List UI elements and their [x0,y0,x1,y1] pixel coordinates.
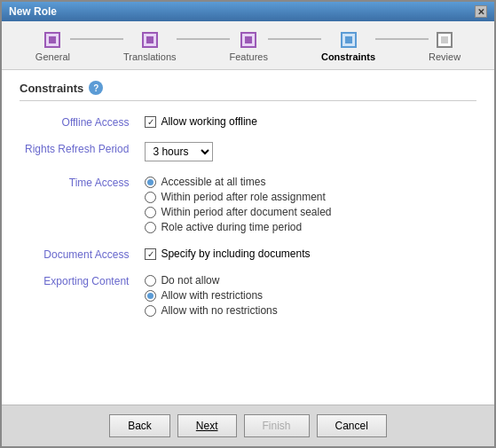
rights-refresh-label: Rights Refresh Period [20,138,139,172]
rights-refresh-row: Rights Refresh Period 3 hours 1 hour 2 h… [20,138,476,172]
help-icon[interactable]: ? [89,81,103,95]
constraints-form: Offline Access Allow working offline Rig… [20,112,476,327]
step-icon-translations [142,32,158,48]
document-access-control: Specify by including documents [145,248,471,260]
window-title: New Role [9,5,57,18]
offline-access-control: Allow working offline [145,115,471,128]
step-review[interactable]: Review [429,32,461,62]
offline-access-row: Offline Access Allow working offline [20,112,476,138]
content-area: Constraints ? Offline Access Allow worki… [2,70,494,405]
exporting-option-1: Allow with restrictions [145,289,471,302]
step-icon-inner-general [49,36,56,43]
step-icon-inner-constraints [345,36,352,43]
rights-refresh-select[interactable]: 3 hours 1 hour 2 hours 6 hours 12 hours … [145,142,213,161]
section-title: Constraints [20,82,83,95]
time-access-option-2: Within period after document sealed [145,206,471,218]
exporting-radio-2[interactable] [145,305,156,317]
exporting-radio-0[interactable] [145,275,156,287]
connector-4 [375,38,429,40]
document-access-label: Document Access [20,244,139,271]
time-access-option-3: Role active during time period [145,221,471,233]
time-access-label-3: Role active during time period [161,221,302,233]
step-label-general: General [35,51,70,62]
time-access-label: Time Access [20,172,139,244]
close-button[interactable]: ✕ [475,5,487,18]
exporting-radio-1[interactable] [145,290,156,302]
rights-refresh-control: 3 hours 1 hour 2 hours 6 hours 12 hours … [145,142,471,161]
step-icon-constraints [341,32,357,48]
time-access-radio-3[interactable] [145,222,156,233]
time-access-radio-0[interactable] [145,177,156,188]
step-label-constraints: Constraints [321,51,375,62]
step-icon-features [240,32,256,48]
exporting-label-0: Do not allow [161,274,219,287]
exporting-content-group: Do not allow Allow with restrictions All… [145,274,471,317]
time-access-row: Time Access Accessible at all times With… [20,172,476,244]
step-features[interactable]: Features [230,32,268,62]
step-label-review: Review [429,51,461,62]
document-access-checkbox[interactable] [145,248,156,260]
step-label-features: Features [230,51,268,62]
section-header: Constraints ? [20,81,476,101]
exporting-content-row: Exporting Content Do not allow Allow wit… [20,271,476,327]
offline-access-checkbox[interactable] [145,116,156,128]
exporting-label-2: Allow with no restrictions [161,304,277,317]
step-icon-general [44,32,60,48]
step-icon-inner-features [245,36,252,43]
wizard-steps: General Translations Features Constraint… [2,21,494,70]
step-icon-inner-review [441,36,448,43]
exporting-content-label: Exporting Content [20,271,139,327]
footer: Back Next Finish Cancel [2,405,494,446]
step-icon-review [437,32,453,48]
exporting-option-0: Do not allow [145,274,471,287]
offline-access-checkbox-label: Allow working offline [161,115,257,128]
back-button[interactable]: Back [109,414,170,437]
step-general[interactable]: General [35,32,70,62]
exporting-option-2: Allow with no restrictions [145,304,471,317]
connector-2 [177,38,230,40]
title-bar: New Role ✕ [2,2,494,21]
exporting-label-1: Allow with restrictions [161,289,263,302]
document-access-checkbox-label: Specify by including documents [161,248,310,260]
new-role-window: New Role ✕ General Translations Features [0,0,496,448]
step-translations[interactable]: Translations [123,32,177,62]
time-access-option-1: Within period after role assignment [145,191,471,203]
offline-access-label: Offline Access [20,112,139,138]
step-icon-inner-translations [146,36,154,43]
time-access-label-0: Accessible at all times [161,176,265,188]
time-access-option-0: Accessible at all times [145,176,471,188]
next-button[interactable]: Next [177,414,237,437]
cancel-button[interactable]: Cancel [317,414,387,437]
document-access-row: Document Access Specify by including doc… [20,244,476,271]
time-access-radio-1[interactable] [145,192,156,203]
step-constraints[interactable]: Constraints [321,32,375,62]
time-access-group: Accessible at all times Within period af… [145,176,471,233]
step-label-translations: Translations [123,51,177,62]
time-access-radio-2[interactable] [145,207,156,218]
time-access-label-1: Within period after role assignment [161,191,325,203]
connector-1 [70,38,123,40]
finish-button[interactable]: Finish [244,414,310,437]
connector-3 [268,38,321,40]
time-access-label-2: Within period after document sealed [161,206,331,218]
